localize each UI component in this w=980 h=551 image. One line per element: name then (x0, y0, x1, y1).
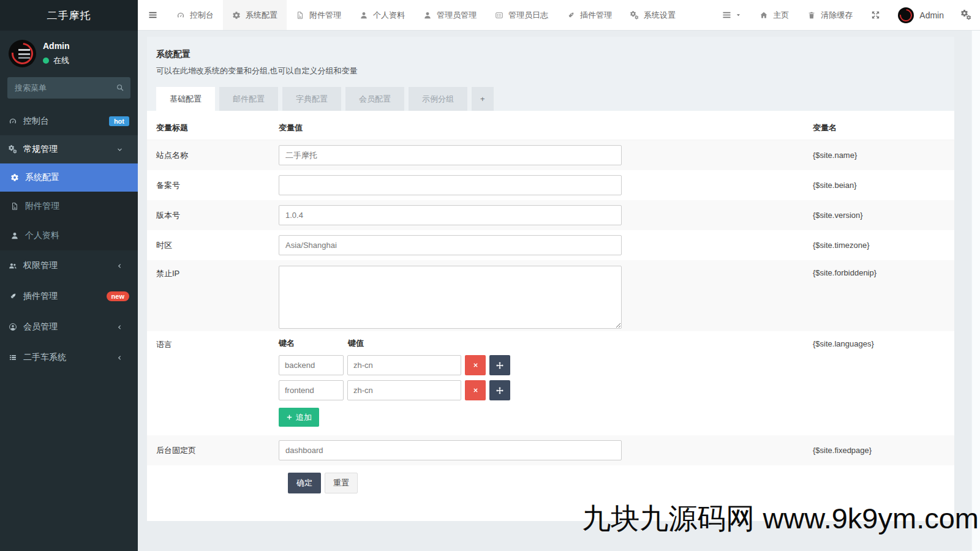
th-list-icon (9, 353, 17, 362)
topnav-label: 附件管理 (309, 10, 341, 21)
brand[interactable]: 二手摩托 (0, 0, 138, 31)
lang-key-input[interactable] (279, 355, 344, 375)
tab-example[interactable]: 示例分组 (409, 87, 467, 111)
field-label: 版本号 (156, 210, 279, 221)
move-row-button[interactable] (489, 355, 510, 375)
fixedpage-input[interactable] (279, 440, 622, 460)
kv-value-header: 键值 (348, 338, 364, 349)
tab-basic[interactable]: 基础配置 (156, 87, 215, 111)
chevron-left-icon (116, 263, 123, 269)
page-subtitle: 可以在此增改系统的变量和分组,也可以自定义分组和变量 (156, 66, 945, 77)
fullscreen-button[interactable] (862, 0, 889, 30)
col-header-name: 变量名 (813, 122, 954, 133)
sidebar-item-members[interactable]: 会员管理 (0, 312, 138, 342)
gears-icon (9, 145, 17, 154)
user-name: Admin (43, 41, 70, 51)
move-row-button[interactable] (489, 380, 510, 400)
kv-headers: 键名 键值 (279, 338, 813, 349)
lang-value-input[interactable] (347, 355, 461, 375)
forbidden-ip-textarea[interactable] (279, 266, 622, 329)
var-name: {$site.beian} (813, 181, 954, 190)
user-panel: Admin 在线 (0, 31, 138, 75)
arrows-move-icon (496, 386, 504, 395)
confirm-button[interactable]: 确定 (288, 473, 321, 493)
kv-row (279, 380, 813, 400)
field-label: 备案号 (156, 180, 279, 191)
kv-row (279, 355, 813, 375)
beian-input[interactable] (279, 175, 622, 195)
sidebar-item-usedcar-system[interactable]: 二手车系统 (0, 342, 138, 373)
watermark-text: 九块九源码网 www.9k9ym.com (582, 500, 979, 538)
new-badge: new (107, 291, 129, 301)
topnav-item-dashboard[interactable]: 控制台 (167, 0, 223, 30)
site-name-input[interactable] (279, 145, 622, 165)
chevron-down-icon (116, 146, 123, 153)
sidebar-item-dashboard[interactable]: 控制台 hot (0, 107, 138, 135)
topnav-item-admin-manage[interactable]: 管理员管理 (414, 0, 486, 30)
reset-button[interactable]: 重置 (325, 473, 358, 493)
sidebar-toggle-button[interactable] (138, 0, 167, 30)
delete-row-button[interactable] (465, 380, 486, 400)
topnav-item-profile[interactable]: 个人资料 (350, 0, 414, 30)
list-alt-icon (495, 11, 503, 20)
sidebar-item-system-config[interactable]: 系统配置 (0, 163, 138, 192)
clear-cache-button[interactable]: 清除缓存 (798, 0, 862, 30)
topnav-label: 个人资料 (373, 10, 405, 21)
topnav-label: 管理员管理 (437, 10, 477, 21)
col-header-value: 变量值 (279, 122, 813, 133)
sidebar-item-plugins[interactable]: 插件管理 new (0, 281, 138, 312)
plus-icon (286, 414, 293, 421)
search-icon[interactable] (116, 83, 124, 92)
user-circle-icon (9, 323, 17, 331)
search-input[interactable] (7, 77, 130, 99)
sidebar-item-profile[interactable]: 个人资料 (0, 221, 138, 250)
trash-icon (807, 11, 816, 20)
tab-add-group[interactable]: + (472, 87, 494, 111)
topnav-item-system-config[interactable]: 系统配置 (223, 0, 287, 30)
sidebar-search (7, 77, 130, 99)
chevron-left-icon (116, 324, 123, 331)
expand-icon (870, 10, 881, 20)
append-button[interactable]: 追加 (279, 408, 319, 427)
settings-button[interactable] (952, 0, 980, 30)
sidebar: 二手摩托 Admin 在线 控制台 hot 常规管 (0, 0, 138, 551)
username: Admin (919, 10, 944, 20)
home-button[interactable]: 主页 (750, 0, 798, 30)
field-label: 后台固定页 (156, 445, 279, 456)
version-input[interactable] (279, 205, 622, 225)
user-menu[interactable]: Admin (889, 0, 952, 30)
timezone-input[interactable] (279, 235, 622, 255)
sidebar-menu: 控制台 hot 常规管理 系统配置 附件管理 个人资料 (0, 107, 138, 373)
table-row: 备案号 {$site.beian} (147, 170, 954, 200)
topbar: 控制台 系统配置 附件管理 个人资料 管理员管理 管理员日志 (138, 0, 980, 31)
topnav-item-attachments[interactable]: 附件管理 (287, 0, 350, 30)
gear-icon (232, 11, 241, 20)
sidebar-item-label: 插件管理 (23, 291, 58, 302)
panel-head: 系统配置 可以在此增改系统的变量和分组,也可以自定义分组和变量 基础配置 邮件配… (147, 37, 954, 111)
scrollbar-track[interactable] (971, 31, 980, 551)
tab-member[interactable]: 会员配置 (345, 87, 404, 111)
tab-dictionary[interactable]: 字典配置 (282, 87, 341, 111)
file-image-icon (296, 11, 304, 20)
kv-key-header: 键名 (279, 338, 348, 349)
home-label: 主页 (773, 10, 789, 21)
lang-key-input[interactable] (279, 380, 344, 400)
sidebar-item-general[interactable]: 常规管理 (0, 135, 138, 163)
var-name: {$site.languages} (813, 339, 954, 348)
topnav-item-plugins[interactable]: 插件管理 (557, 0, 621, 30)
gauge-icon (9, 117, 17, 126)
sidebar-item-label: 常规管理 (23, 144, 58, 155)
var-name: {$site.timezone} (813, 241, 954, 250)
lang-value-input[interactable] (347, 380, 461, 400)
topnav-item-system-settings[interactable]: 系统设置 (621, 0, 685, 30)
topnav-item-admin-log[interactable]: 管理员日志 (486, 0, 557, 30)
var-name: {$site.forbiddenip} (813, 268, 954, 277)
gears-icon (961, 10, 971, 20)
tab-email[interactable]: 邮件配置 (219, 87, 278, 111)
delete-row-button[interactable] (465, 355, 486, 375)
sidebar-item-attachments[interactable]: 附件管理 (0, 192, 138, 221)
user-icon (10, 231, 19, 240)
sidebar-item-permissions[interactable]: 权限管理 (0, 250, 138, 281)
tabs-dropdown-button[interactable] (713, 0, 750, 30)
gears-icon (630, 11, 639, 20)
